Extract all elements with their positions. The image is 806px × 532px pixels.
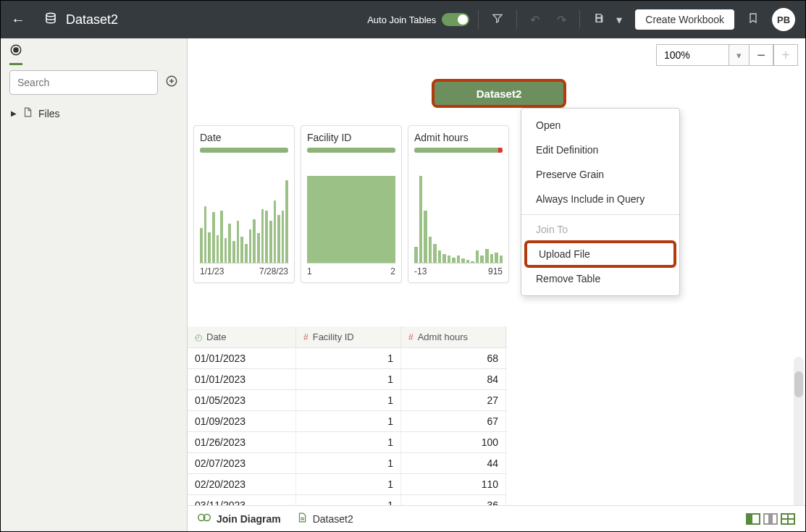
cell-date: 01/26/2023 xyxy=(188,432,296,452)
zoom-out-button[interactable]: − xyxy=(749,44,773,66)
table-header-row: ◴Date #Facility ID #Admit hours xyxy=(188,326,507,348)
table-row[interactable]: 02/20/20231110 xyxy=(188,474,507,495)
cell-admit: 44 xyxy=(401,453,506,473)
cell-facility: 1 xyxy=(296,369,401,389)
user-avatar[interactable]: PB xyxy=(772,8,795,31)
axis-left: 1 xyxy=(307,266,312,276)
sidebar-search-input[interactable] xyxy=(9,70,158,95)
tab-dataset2[interactable]: Dataset2 xyxy=(297,512,353,526)
layout-center-icon[interactable] xyxy=(763,513,778,525)
col-header-admit[interactable]: #Admit hours xyxy=(401,326,506,347)
create-workbook-button[interactable]: Create Workbook xyxy=(635,9,734,30)
tab-join-diagram[interactable]: Join Diagram xyxy=(198,512,281,525)
data-preview-table: ◴Date #Facility ID #Admit hours 01/01/20… xyxy=(188,326,507,516)
bottom-tab-strip: Join Diagram Dataset2 xyxy=(188,505,805,531)
zoom-dropdown-caret-icon[interactable]: ▾ xyxy=(729,44,749,66)
cell-admit: 68 xyxy=(401,348,506,368)
cell-date: 01/05/2023 xyxy=(188,390,296,410)
cell-admit: 110 xyxy=(401,474,506,494)
undo-icon[interactable]: ↶ xyxy=(526,10,544,30)
cell-facility: 1 xyxy=(296,474,401,494)
context-menu: Open Edit Definition Preserve Grain Alwa… xyxy=(521,108,680,296)
tree-item-label: Files xyxy=(38,108,60,119)
table-row[interactable]: 01/01/2023184 xyxy=(188,369,507,390)
cell-date: 01/01/2023 xyxy=(188,369,296,389)
menu-always-include[interactable]: Always Include in Query xyxy=(521,187,679,211)
dataset-icon xyxy=(44,12,57,28)
save-menu-caret-icon[interactable]: ▾ xyxy=(612,10,626,30)
data-panel-icon[interactable] xyxy=(9,43,22,65)
join-diagram-icon xyxy=(198,512,211,525)
table-icon xyxy=(297,512,307,526)
number-icon: # xyxy=(408,332,414,342)
profile-card-facility[interactable]: Facility ID 1 2 xyxy=(301,125,402,283)
column-profile-cards: Date 1/1/23 7/28/23 Facility ID 1 2 Admi… xyxy=(188,125,515,283)
axis-right: 915 xyxy=(488,266,503,276)
cell-date: 02/07/2023 xyxy=(188,453,296,473)
cell-admit: 27 xyxy=(401,390,506,410)
auto-join-label: Auto Join Tables xyxy=(367,14,436,25)
clock-icon: ◴ xyxy=(195,332,202,342)
table-row[interactable]: 01/09/2023167 xyxy=(188,411,507,432)
tab-label: Join Diagram xyxy=(217,513,281,525)
filter-icon[interactable] xyxy=(487,9,508,30)
auto-join-toggle[interactable] xyxy=(442,13,469,26)
card-title: Admit hours xyxy=(414,132,503,143)
layout-left-icon[interactable] xyxy=(746,513,760,525)
axis-left: 1/1/23 xyxy=(200,266,224,276)
cell-admit: 84 xyxy=(401,369,506,389)
number-icon: # xyxy=(303,332,308,342)
bookmark-icon[interactable] xyxy=(743,9,763,30)
facility-histogram xyxy=(307,176,395,263)
quality-bar xyxy=(200,148,288,153)
menu-open[interactable]: Open xyxy=(521,113,679,138)
zoom-controls: 100% ▾ − + xyxy=(656,44,798,66)
table-row[interactable]: 02/07/2023144 xyxy=(188,453,507,474)
profile-card-admit[interactable]: Admit hours -13 915 xyxy=(408,125,509,283)
cell-date: 01/01/2023 xyxy=(188,348,296,368)
cell-facility: 1 xyxy=(296,390,401,410)
separator xyxy=(516,10,517,29)
sidebar-mode-strip xyxy=(1,38,187,66)
profile-card-date[interactable]: Date 1/1/23 7/28/23 xyxy=(193,125,295,283)
cell-admit: 100 xyxy=(401,432,506,452)
cell-admit: 67 xyxy=(401,411,506,431)
menu-upload-file[interactable]: Upload File xyxy=(524,240,676,268)
menu-remove-table[interactable]: Remove Table xyxy=(521,266,679,291)
zoom-in-button[interactable]: + xyxy=(773,44,798,66)
cell-date: 02/20/2023 xyxy=(188,474,296,494)
separator xyxy=(478,10,479,29)
cell-facility: 1 xyxy=(296,348,401,368)
table-row[interactable]: 01/01/2023168 xyxy=(188,348,507,369)
quality-bar xyxy=(414,148,503,153)
dataset-title: Dataset2 xyxy=(66,12,118,28)
table-row[interactable]: 01/05/2023127 xyxy=(188,390,507,411)
col-header-facility[interactable]: #Facility ID xyxy=(296,326,401,347)
quality-bar xyxy=(307,148,395,153)
save-icon[interactable] xyxy=(589,9,609,30)
menu-join-to: Join To xyxy=(521,214,679,242)
app-topbar: ← Dataset2 Auto Join Tables ↶ ↷ ▾ Create… xyxy=(1,1,805,38)
zoom-level[interactable]: 100% xyxy=(656,44,729,66)
tab-label: Dataset2 xyxy=(313,513,353,525)
cell-date: 01/09/2023 xyxy=(188,411,296,431)
tree-item-files[interactable]: ▶ Files xyxy=(11,106,177,120)
layout-grid-icon[interactable] xyxy=(781,513,795,525)
back-icon[interactable]: ← xyxy=(11,12,25,28)
svg-point-2 xyxy=(14,48,18,52)
scrollbar-thumb[interactable] xyxy=(794,371,803,397)
table-row[interactable]: 01/26/20231100 xyxy=(188,432,507,453)
menu-edit-definition[interactable]: Edit Definition xyxy=(521,138,679,162)
main-canvas: 100% ▾ − + Dataset2 Open Edit Definition… xyxy=(188,38,805,531)
menu-preserve-grain[interactable]: Preserve Grain xyxy=(521,162,679,187)
card-title: Facility ID xyxy=(307,132,395,143)
redo-icon[interactable]: ↷ xyxy=(553,10,571,30)
dataset-node[interactable]: Dataset2 xyxy=(432,79,566,108)
sidebar-tree: ▶ Files xyxy=(1,99,187,127)
axis-left: -13 xyxy=(414,266,427,276)
col-header-date[interactable]: ◴Date xyxy=(188,326,296,347)
add-icon[interactable] xyxy=(165,75,178,91)
cell-facility: 1 xyxy=(296,411,401,431)
svg-point-0 xyxy=(46,13,55,17)
file-icon xyxy=(22,106,33,120)
